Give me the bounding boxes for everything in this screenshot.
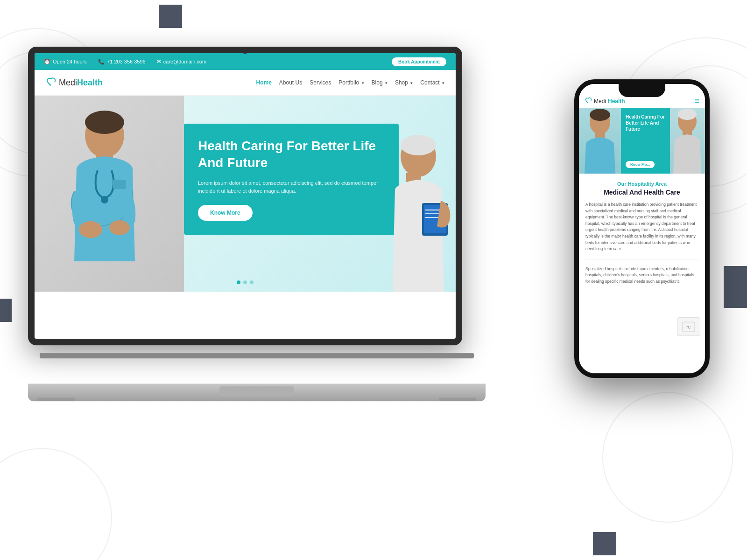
svg-point-5 [101,196,108,203]
nav-links: Home About Us Services Portfolio ▾ Blog … [256,79,445,86]
phone-hamburger-icon[interactable]: ≡ [694,96,699,106]
phone-hospitality-title: Medical And Health Care [585,189,698,196]
svg-point-3 [79,221,102,238]
phone-hospitality-text2: Specialized hospitals include trauma cen… [585,266,698,285]
svg-point-8 [401,135,436,155]
nav-home[interactable]: Home [256,79,272,86]
hero-title: Health Caring For Better Life And Future [198,138,385,172]
phone-hero-banner: Health Caring For Better Life And Future… [579,108,705,174]
doctor-figure-left [44,98,165,292]
logo-text: MediHealth [59,78,103,88]
phone-mockup: MediHealth ≡ Health Caring For B [574,79,710,378]
svg-point-4 [109,220,130,235]
phone-hero-doctor-left [579,108,621,174]
hero-dot-2[interactable] [243,280,247,284]
logo-heart-icon [46,77,56,89]
nav-portfolio[interactable]: Portfolio ▾ [338,79,364,86]
phone-logo-medi: Medi [594,98,606,105]
phone-divider [585,259,698,259]
bg-square-mid-right [724,266,747,308]
phone-know-more-button[interactable]: Know Mo... [626,161,655,168]
phone-hospitality-text1: A hospital is a health care institution … [585,202,698,252]
nav-contact[interactable]: Contact ▾ [420,79,444,86]
phone-captcha-widget: rC [677,317,700,336]
hero-section: Health Caring For Better Life And Future… [35,96,456,292]
website-content: ⏰ Open 24 hours 📞 +1 203 356 3596 ✉ care… [35,53,456,339]
phone-logo-icon [585,97,592,105]
nav-services[interactable]: Services [310,79,331,86]
svg-rect-6 [113,180,126,189]
book-appointment-button[interactable]: Book Appointment [392,57,446,66]
svg-text:rC: rC [686,325,691,329]
site-navbar: MediHealth Home About Us Services Portfo… [35,70,456,96]
phone-logo-health: Health [608,98,625,105]
nav-about[interactable]: About Us [279,79,302,86]
phone-screen: MediHealth ≡ Health Caring For B [579,84,705,373]
phone-icon: 📞 [98,59,105,65]
laptop-camera [243,49,247,54]
svg-point-19 [678,109,697,120]
hero-dot-3[interactable] [250,280,254,284]
laptop-foot-left [37,398,75,401]
laptop-hinge [40,353,474,358]
svg-point-16 [590,109,610,121]
topbar-email: ✉ care@domain.com [157,59,206,65]
laptop-foot-right [439,398,476,401]
laptop-base [28,384,486,401]
bg-square-top [159,5,182,28]
bg-square-mid-left [0,299,12,322]
site-logo: MediHealth [46,77,103,89]
phone-notch [619,84,665,97]
bg-square-bottom-right [593,532,616,555]
laptop-touchpad [219,386,294,396]
logo-health: Health [77,78,103,87]
hero-carousel-dots [237,280,254,284]
phone-main-content: Our Hospitality Area Medical And Health … [579,174,705,293]
nav-shop[interactable]: Shop ▾ [395,79,413,86]
nav-blog[interactable]: Blog ▾ [372,79,388,86]
bg-circle-br [602,392,733,523]
phone-logo: MediHealth [585,97,625,105]
email-icon: ✉ [157,59,161,65]
topbar-phone: 📞 +1 203 356 3596 [98,59,146,65]
clock-icon: ⏰ [44,59,50,65]
phone-hero-title: Health Caring For Better Life And Future [626,114,665,132]
phone-hero-text: Health Caring For Better Life And Future… [621,108,670,174]
phone-hospitality-subtitle: Our Hospitality Area [585,181,698,187]
bg-circle-bl [0,448,112,560]
topbar-hours: ⏰ Open 24 hours [44,59,87,65]
laptop-screen: ⏰ Open 24 hours 📞 +1 203 356 3596 ✉ care… [28,47,462,345]
logo-medi: Medi [59,78,77,87]
svg-point-1 [85,111,124,134]
site-topbar: ⏰ Open 24 hours 📞 +1 203 356 3596 ✉ care… [35,53,456,70]
phone-outer: MediHealth ≡ Health Caring For B [574,79,710,378]
hero-know-more-button[interactable]: Know More [198,205,253,221]
laptop-mockup: ⏰ Open 24 hours 📞 +1 203 356 3596 ✉ care… [28,47,486,401]
hero-dot-1[interactable] [237,280,240,284]
doctor-figure-right [381,128,456,292]
phone-hero-doctor-right [670,108,705,174]
hero-description: Lorem ipsum dolor sit amet, consectetur … [198,179,385,196]
hero-text-box: Health Caring For Better Life And Future… [184,124,399,235]
